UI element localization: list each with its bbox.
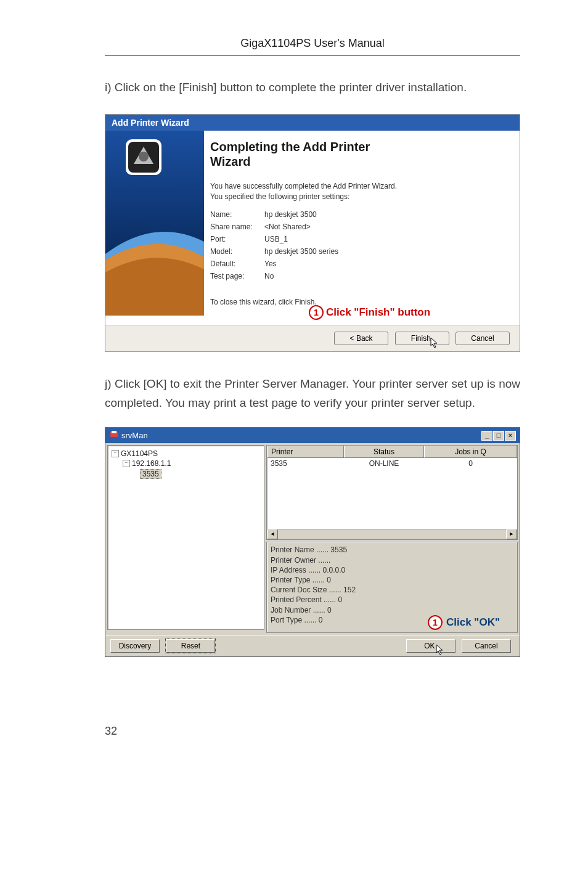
apw-footer: < Back Finish Cancel bbox=[105, 325, 520, 351]
horizontal-scrollbar[interactable]: ◄ ► bbox=[267, 529, 517, 539]
apw-val: Yes bbox=[264, 259, 277, 268]
device-tree[interactable]: − GX1104PS − 192.168.1.1 3535 bbox=[107, 445, 264, 630]
scroll-right-icon[interactable]: ► bbox=[506, 529, 517, 539]
srvman-title: srvMan bbox=[121, 431, 148, 440]
tree-leaf-row[interactable]: 3535 bbox=[140, 469, 260, 479]
info-line: Printer Owner ...... bbox=[271, 555, 513, 565]
annotation-number-icon: 1 bbox=[428, 615, 443, 630]
apw-titlebar: Add Printer Wizard bbox=[105, 115, 520, 131]
annotation-number-icon: 1 bbox=[309, 305, 324, 320]
cancel-button[interactable]: Cancel bbox=[462, 639, 511, 653]
tree-root-label: GX1104PS bbox=[121, 449, 158, 458]
add-printer-wizard-window: Add Printer Wizard bbox=[105, 114, 520, 351]
apw-annotation: 1 Click "Finish" button bbox=[309, 305, 508, 320]
tree-root-row[interactable]: − GX1104PS bbox=[112, 449, 260, 458]
apw-heading-line1: Completing the Add Printer bbox=[210, 140, 370, 153]
apw-sub-line2: You specified the following printer sett… bbox=[210, 192, 349, 201]
info-line: Printer Type ...... 0 bbox=[271, 575, 513, 585]
apw-subtext: You have successfully completed the Add … bbox=[210, 181, 508, 201]
apw-key: Name: bbox=[210, 210, 264, 219]
info-line: Job Number ...... 0 bbox=[271, 605, 513, 615]
srv-annotation: 1 Click "OK" bbox=[428, 615, 500, 630]
annotation-text: Click "OK" bbox=[446, 616, 500, 630]
apw-key: Share name: bbox=[210, 223, 264, 231]
apw-sidebar-graphic bbox=[105, 131, 204, 324]
apw-val: USB_1 bbox=[264, 235, 288, 243]
ok-button-label: OK bbox=[424, 642, 435, 650]
apw-row-default: Default: Yes bbox=[210, 259, 508, 268]
cell-printer: 3535 bbox=[267, 458, 344, 469]
finish-button[interactable]: Finish bbox=[395, 332, 449, 345]
apw-heading-line2: Wizard bbox=[210, 155, 250, 168]
apw-row-test: Test page: No bbox=[210, 272, 508, 280]
app-icon bbox=[109, 430, 119, 441]
collapse-icon[interactable]: − bbox=[112, 450, 119, 457]
discovery-button[interactable]: Discovery bbox=[110, 639, 160, 653]
cell-status: ON-LINE bbox=[344, 458, 424, 469]
apw-row-model: Model: hp deskjet 3500 series bbox=[210, 247, 508, 256]
apw-row-port: Port: USB_1 bbox=[210, 235, 508, 243]
annotation-text: Click "Finish" button bbox=[326, 306, 430, 319]
apw-key: Default: bbox=[210, 259, 264, 268]
info-line: Printed Percent ...... 0 bbox=[271, 595, 513, 605]
srvman-footer: Discovery Reset OK Cancel bbox=[105, 635, 520, 656]
page-number: 32 bbox=[105, 725, 520, 738]
svg-rect-5 bbox=[112, 431, 116, 433]
tree-leaf-label: 3535 bbox=[140, 469, 161, 479]
info-line: Printer Name ...... 3535 bbox=[271, 545, 513, 555]
tree-ip-label: 192.168.1.1 bbox=[132, 459, 171, 468]
info-line: Current Doc Size ...... 152 bbox=[271, 585, 513, 595]
table-row[interactable]: 3535 ON-LINE 0 bbox=[267, 458, 517, 469]
apw-row-name: Name: hp deskjet 3500 bbox=[210, 210, 508, 219]
apw-val: <Not Shared> bbox=[264, 223, 311, 231]
apw-key: Port: bbox=[210, 235, 264, 243]
tree-ip-row[interactable]: − 192.168.1.1 bbox=[123, 459, 260, 468]
apw-row-share: Share name: <Not Shared> bbox=[210, 223, 508, 231]
apw-heading: Completing the Add Printer Wizard bbox=[210, 139, 508, 169]
apw-val: hp deskjet 3500 bbox=[264, 210, 317, 219]
col-printer[interactable]: Printer bbox=[267, 446, 344, 458]
instruction-step-j: j) Click [OK] to exit the Printer Server… bbox=[105, 374, 520, 413]
srvman-titlebar: srvMan _ □ × bbox=[105, 428, 520, 443]
apw-sub-line1: You have successfully completed the Add … bbox=[210, 182, 397, 190]
cell-jobs: 0 bbox=[424, 458, 517, 469]
instruction-step-i: i) Click on the [Finish] button to compl… bbox=[105, 78, 520, 97]
info-line: IP Address ...... 0.0.0.0 bbox=[271, 565, 513, 575]
back-button[interactable]: < Back bbox=[334, 332, 388, 345]
ok-button[interactable]: OK bbox=[406, 639, 455, 653]
apw-key: Test page: bbox=[210, 272, 264, 280]
collapse-icon[interactable]: − bbox=[123, 460, 130, 467]
table-header-row: Printer Status Jobs in Q bbox=[267, 446, 517, 458]
srvman-window: srvMan _ □ × − GX1104PS − 192.168.1.1 35… bbox=[105, 427, 520, 657]
cancel-button[interactable]: Cancel bbox=[455, 332, 510, 345]
close-button[interactable]: × bbox=[505, 431, 516, 441]
col-jobs[interactable]: Jobs in Q bbox=[424, 446, 517, 458]
svg-point-3 bbox=[139, 152, 149, 161]
col-status[interactable]: Status bbox=[344, 446, 424, 458]
apw-key: Model: bbox=[210, 247, 264, 256]
finish-button-label: Finish bbox=[411, 334, 431, 343]
printer-info-panel: Printer Name ...... 3535 Printer Owner .… bbox=[266, 542, 518, 633]
minimize-button[interactable]: _ bbox=[481, 431, 492, 441]
reset-button[interactable]: Reset bbox=[166, 639, 215, 653]
maximize-button[interactable]: □ bbox=[493, 431, 504, 441]
apw-val: No bbox=[264, 272, 274, 280]
apw-val: hp deskjet 3500 series bbox=[264, 247, 338, 256]
scroll-left-icon[interactable]: ◄ bbox=[267, 529, 278, 539]
printer-list: Printer Status Jobs in Q 3535 ON-LINE 0 … bbox=[266, 445, 518, 540]
page-header: GigaX1104PS User's Manual bbox=[105, 37, 520, 55]
